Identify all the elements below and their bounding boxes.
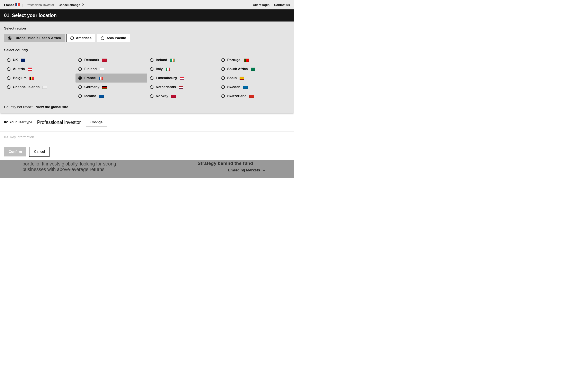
country-denmark[interactable]: Denmark — [75, 56, 147, 65]
arrow-right-icon: → — [262, 168, 265, 172]
switzerland-flag-icon — [250, 95, 254, 98]
not-listed-row: Country not listed? View the global site… — [4, 105, 290, 109]
country-label: Austria — [13, 67, 25, 71]
france-flag-icon — [15, 3, 20, 6]
radio-icon — [150, 76, 153, 80]
country-germany[interactable]: Germany — [75, 83, 147, 92]
cancel-change-button[interactable]: Cancel change ✕ — [58, 3, 84, 7]
country-austria[interactable]: Austria — [4, 65, 75, 74]
arrow-right-icon: → — [70, 105, 73, 109]
sweden-flag-icon — [243, 86, 248, 89]
radio-icon — [150, 58, 153, 62]
finland-flag-icon — [100, 67, 104, 71]
radio-icon — [7, 67, 10, 71]
step02-value: Professional investor — [37, 120, 81, 125]
country-label: Luxembourg — [156, 76, 177, 80]
country-label: UK — [13, 58, 18, 62]
country-france[interactable]: France — [75, 74, 147, 83]
topbar: France | Professional investor Cancel ch… — [0, 0, 294, 9]
country-label: Portugal — [227, 58, 242, 62]
france-flag-icon — [99, 77, 103, 80]
radio-icon — [8, 36, 11, 40]
germany-flag-icon — [102, 86, 107, 89]
country-label: Finland — [84, 67, 97, 71]
austria-flag-icon — [28, 67, 32, 71]
country-label: Belgium — [13, 76, 27, 80]
country-ireland[interactable]: Ireland — [147, 56, 218, 65]
norway-flag-icon — [171, 95, 176, 98]
country-channel-islands[interactable]: Channel Islands — [4, 83, 75, 92]
contact-us-link[interactable]: Contact us — [274, 3, 290, 7]
background-text: portfolio. It invests globally, looking … — [23, 161, 129, 172]
country-netherlands[interactable]: Netherlands — [147, 83, 218, 92]
current-location[interactable]: France — [4, 3, 20, 7]
radio-icon — [221, 58, 225, 62]
topbar-left: France | Professional investor Cancel ch… — [4, 3, 84, 7]
country-norway[interactable]: Norway — [147, 92, 218, 100]
emerging-markets-link[interactable]: Emerging Markets → — [228, 168, 265, 172]
radio-icon — [78, 67, 82, 71]
step02-row: 02. Your user type Professional investor… — [0, 113, 294, 132]
portugal-flag-icon — [244, 58, 249, 62]
radio-icon — [150, 94, 153, 98]
emerging-markets-label: Emerging Markets — [228, 168, 260, 172]
country-label: Italy — [156, 67, 163, 71]
region-label: Asia Pacific — [106, 36, 126, 40]
ireland-flag-icon — [170, 58, 175, 62]
region-label: Europe, Middle East & Africa — [14, 36, 61, 40]
region-emea[interactable]: Europe, Middle East & Africa — [4, 34, 65, 42]
step03-row: 03. Key information — [0, 132, 294, 143]
country-label: Norway — [156, 94, 168, 98]
step01-heading: 01. Select your location — [0, 9, 294, 22]
country-spain[interactable]: Spain — [218, 74, 290, 83]
country-label: Sweden — [227, 85, 240, 89]
action-row: Confirm Cancel — [0, 143, 294, 160]
step02-label: 02. Your user type — [4, 120, 32, 124]
country-iceland[interactable]: Iceland — [75, 92, 147, 100]
radio-icon — [70, 36, 74, 40]
country-belgium[interactable]: Belgium — [4, 74, 75, 83]
country-label: France — [84, 76, 96, 80]
country-uk[interactable]: UK — [4, 56, 75, 65]
south-africa-flag-icon — [251, 67, 255, 71]
location-panel: Select region Europe, Middle East & Afri… — [0, 22, 294, 113]
view-global-site-link[interactable]: View the global site → — [36, 105, 73, 109]
client-login-link[interactable]: Client login — [253, 3, 270, 7]
belgium-flag-icon — [30, 77, 34, 80]
country-label: South Africa — [227, 67, 248, 71]
cancel-button[interactable]: Cancel — [29, 147, 49, 157]
country-south-africa[interactable]: South Africa — [218, 65, 290, 74]
not-listed-label: Country not listed? — [4, 105, 33, 109]
region-americas[interactable]: Americas — [66, 34, 96, 42]
change-usertype-button[interactable]: Change — [86, 118, 107, 127]
current-usertype: Professional investor — [25, 3, 54, 7]
background-content: portfolio. It invests globally, looking … — [0, 160, 294, 178]
country-switzerland[interactable]: Switzerland — [218, 92, 290, 100]
italy-flag-icon — [166, 67, 170, 71]
country-italy[interactable]: Italy — [147, 65, 218, 74]
view-global-site-label: View the global site — [36, 105, 68, 109]
region-apac[interactable]: Asia Pacific — [97, 34, 130, 42]
radio-icon — [221, 94, 225, 98]
country-finland[interactable]: Finland — [75, 65, 147, 74]
cancel-change-label: Cancel change — [58, 3, 80, 7]
luxembourg-flag-icon — [180, 77, 184, 80]
country-sweden[interactable]: Sweden — [218, 83, 290, 92]
divider: | — [22, 3, 23, 7]
country-luxembourg[interactable]: Luxembourg — [147, 74, 218, 83]
confirm-button[interactable]: Confirm — [4, 147, 26, 157]
region-row: Europe, Middle East & AfricaAmericasAsia… — [4, 34, 290, 42]
radio-icon — [150, 85, 153, 89]
netherlands-flag-icon — [179, 86, 183, 89]
radio-icon — [7, 76, 10, 80]
select-region-label: Select region — [4, 26, 290, 31]
background-right-heading: Strategy behind the fund — [198, 161, 253, 166]
country-label: Denmark — [84, 58, 99, 62]
radio-icon — [78, 58, 82, 62]
current-location-label: France — [4, 3, 14, 7]
country-label: Germany — [84, 85, 99, 89]
country-label: Ireland — [156, 58, 167, 62]
iceland-flag-icon — [99, 95, 104, 98]
country-portugal[interactable]: Portugal — [218, 56, 290, 65]
radio-icon — [221, 76, 225, 80]
